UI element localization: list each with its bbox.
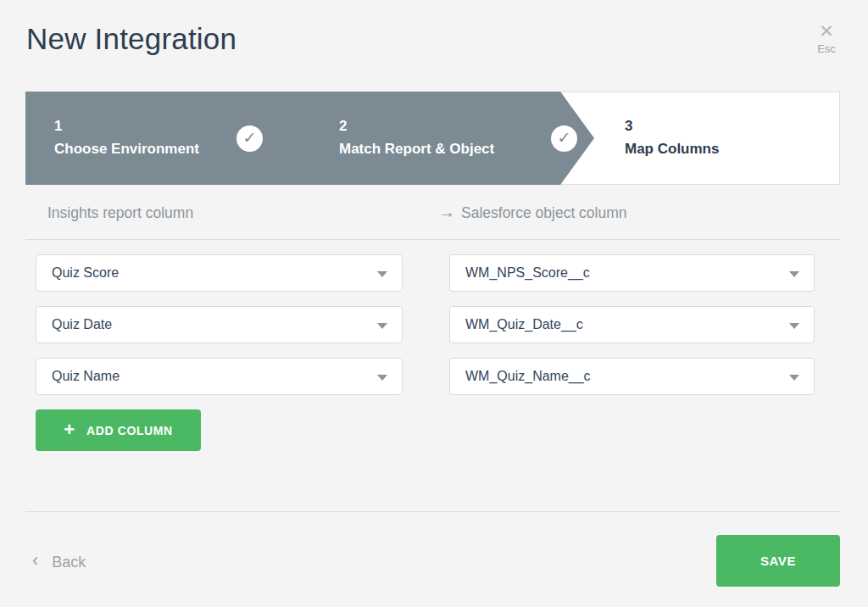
insights-column-header: Insights report column (47, 204, 193, 222)
insights-column-select-2[interactable]: Quiz Date (36, 306, 403, 343)
mapping-row: Quiz Date WM_Quiz_Date__c (25, 306, 840, 343)
step-2-check-icon: ✓ (551, 125, 577, 152)
new-integration-modal: New Integration ✕ Esc 1 Choose Environme… (0, 0, 868, 607)
selected-value: WM_Quiz_Date__c (450, 317, 583, 332)
back-label: Back (52, 554, 86, 571)
chevron-left-icon: ‹ (32, 551, 38, 570)
chevron-down-icon (377, 271, 387, 277)
step-label: Choose Environment (54, 137, 199, 160)
save-button[interactable]: SAVE (716, 535, 840, 587)
wizard-step-map-columns[interactable]: 3 Map Columns (625, 92, 837, 186)
salesforce-column-header: Salesforce object column (461, 204, 627, 222)
esc-shortcut-label: Esc (812, 42, 841, 55)
step-number: 2 (339, 114, 494, 137)
column-mapping-rows: Quiz Score WM_NPS_Score__c Quiz Date WM_… (25, 254, 840, 409)
salesforce-column-select-3[interactable]: WM_Quiz_Name__c (449, 358, 815, 395)
mapping-headers: Insights report column → Salesforce obje… (25, 204, 840, 225)
step-number: 3 (625, 114, 719, 137)
selected-value: Quiz Name (36, 369, 120, 384)
header-divider (25, 239, 840, 240)
close-icon: ✕ (812, 22, 841, 41)
page-title: New Integration (26, 22, 236, 56)
mapping-row: Quiz Score WM_NPS_Score__c (25, 254, 840, 292)
selected-value: WM_Quiz_Name__c (450, 369, 591, 384)
salesforce-column-select-1[interactable]: WM_NPS_Score__c (449, 254, 815, 292)
wizard-step-match-report-object[interactable]: 2 Match Report & Object ✓ (339, 92, 585, 186)
insights-column-select-3[interactable]: Quiz Name (36, 358, 403, 395)
add-column-label: ADD COLUMN (86, 424, 173, 437)
chevron-down-icon (789, 375, 799, 381)
back-button[interactable]: ‹ Back (32, 549, 86, 575)
selected-value: WM_NPS_Score__c (450, 265, 590, 281)
selected-value: Quiz Score (36, 265, 119, 281)
footer-divider (25, 511, 840, 512)
close-button[interactable]: ✕ Esc (812, 22, 841, 55)
mapping-row: Quiz Name WM_Quiz_Name__c (25, 358, 840, 395)
add-column-button[interactable]: + ADD COLUMN (36, 409, 201, 451)
salesforce-column-select-2[interactable]: WM_Quiz_Date__c (449, 306, 815, 343)
chevron-down-icon (377, 375, 387, 381)
wizard-steps-bar: 1 Choose Environment ✓ 2 Match Report & … (25, 92, 840, 185)
step-label: Match Report & Object (339, 137, 494, 160)
chevron-down-icon (377, 323, 387, 329)
step-number: 1 (54, 114, 199, 137)
arrow-right-icon: → (438, 203, 455, 222)
chevron-down-icon (789, 323, 799, 329)
plus-icon: + (64, 420, 75, 439)
selected-value: Quiz Date (36, 317, 112, 332)
step-label: Map Columns (625, 137, 719, 160)
step-1-check-icon: ✓ (236, 125, 263, 152)
wizard-step-choose-environment[interactable]: 1 Choose Environment (54, 92, 309, 186)
insights-column-select-1[interactable]: Quiz Score (36, 254, 403, 292)
chevron-down-icon (789, 271, 799, 277)
